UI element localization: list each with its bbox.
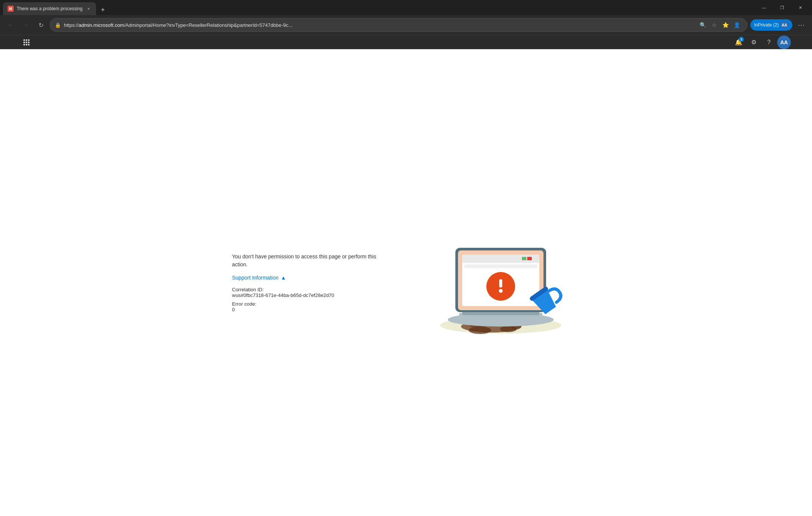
tab-area: M There was a problem processing × + xyxy=(3,0,752,15)
close-button[interactable]: ✕ xyxy=(792,2,809,14)
svg-rect-5 xyxy=(28,42,29,43)
profile-avatar-small: AA xyxy=(780,21,789,29)
tab-title: There was a problem processing xyxy=(17,6,82,11)
support-info-toggle[interactable]: Support Information ▲ xyxy=(232,275,391,281)
help-icon: ? xyxy=(767,39,771,46)
correlation-id-value: wus#0fbc7318-671e-44ba-b65d-dc7ef28e2d70 xyxy=(232,292,391,298)
inprivate-label: InPrivate (2) xyxy=(754,22,779,28)
svg-rect-2 xyxy=(28,39,29,41)
tab-favicon: M xyxy=(8,6,14,12)
maximize-button[interactable]: ❐ xyxy=(773,2,791,14)
address-actions: 🔍 ☆ ⭐ 👤 xyxy=(698,20,742,30)
support-details: Correlation ID: wus#0fbc7318-671e-44ba-b… xyxy=(232,287,391,312)
error-code-value: 0 xyxy=(232,307,391,312)
gear-icon: ⚙ xyxy=(751,39,756,46)
tab-close-button[interactable]: × xyxy=(85,6,92,12)
svg-rect-0 xyxy=(23,39,25,41)
inprivate-button[interactable]: InPrivate (2) AA xyxy=(750,19,792,31)
correlation-id-section: Correlation ID: wus#0fbc7318-671e-44ba-b… xyxy=(232,287,391,298)
svg-rect-4 xyxy=(26,42,27,43)
error-code-label: Error code: xyxy=(232,301,391,307)
error-code-section: Error code: 0 xyxy=(232,301,391,312)
settings-button[interactable]: ⚙ xyxy=(747,36,761,49)
search-icon[interactable]: 🔍 xyxy=(698,20,708,30)
svg-rect-3 xyxy=(23,42,25,43)
svg-rect-1 xyxy=(26,39,27,41)
lock-icon: 🔒 xyxy=(55,22,61,28)
address-bar[interactable]: 🔒 https://admin.microsoft.com/Adminporta… xyxy=(50,18,747,32)
url-text: https://admin.microsoft.com/Adminportal/… xyxy=(64,22,695,28)
svg-rect-28 xyxy=(499,279,502,288)
minimize-button[interactable]: — xyxy=(755,2,773,14)
browser-tab[interactable]: M There was a problem processing × xyxy=(3,2,96,15)
back-button[interactable]: ← xyxy=(5,19,17,31)
svg-point-29 xyxy=(499,289,503,293)
refresh-button[interactable]: ↻ xyxy=(35,19,47,31)
title-bar: M There was a problem processing × + — ❐… xyxy=(0,0,812,15)
profile-icon[interactable]: 👤 xyxy=(732,20,742,30)
favorites-bar: 🔔 3 ⚙ ? AA xyxy=(0,35,812,49)
notification-badge: 3 xyxy=(739,37,744,42)
correlation-id-label: Correlation ID: xyxy=(232,287,391,292)
svg-rect-24 xyxy=(522,257,526,260)
error-container: You don't have permission to access this… xyxy=(198,225,614,340)
svg-rect-7 xyxy=(26,44,27,45)
collections-icon[interactable]: ⭐ xyxy=(720,20,731,30)
chevron-up-icon: ▲ xyxy=(281,275,286,281)
more-menu-button[interactable]: ··· xyxy=(795,19,807,31)
window-controls: — ❐ ✕ xyxy=(755,2,809,14)
support-info-label: Support Information xyxy=(232,275,279,281)
page-content: You don't have permission to access this… xyxy=(0,49,812,516)
error-illustration xyxy=(421,225,580,340)
svg-rect-6 xyxy=(23,44,25,45)
svg-point-11 xyxy=(469,326,491,334)
favorites-star-icon[interactable]: ☆ xyxy=(709,20,720,30)
right-toolbar: 🔔 3 ⚙ ? AA xyxy=(732,36,791,49)
user-avatar[interactable]: AA xyxy=(777,36,791,49)
browser-toolbar: ← → ↻ 🔒 https://admin.microsoft.com/Admi… xyxy=(0,15,812,35)
svg-rect-8 xyxy=(28,44,29,45)
svg-rect-26 xyxy=(464,264,538,268)
help-button[interactable]: ? xyxy=(762,36,776,49)
error-text-section: You don't have permission to access this… xyxy=(232,253,391,312)
notifications-button[interactable]: 🔔 3 xyxy=(732,36,745,49)
new-tab-button[interactable]: + xyxy=(98,5,108,15)
forward-button[interactable]: → xyxy=(20,19,32,31)
svg-rect-23 xyxy=(527,257,532,260)
apps-grid-icon[interactable] xyxy=(21,37,32,48)
error-message: You don't have permission to access this… xyxy=(232,253,391,269)
